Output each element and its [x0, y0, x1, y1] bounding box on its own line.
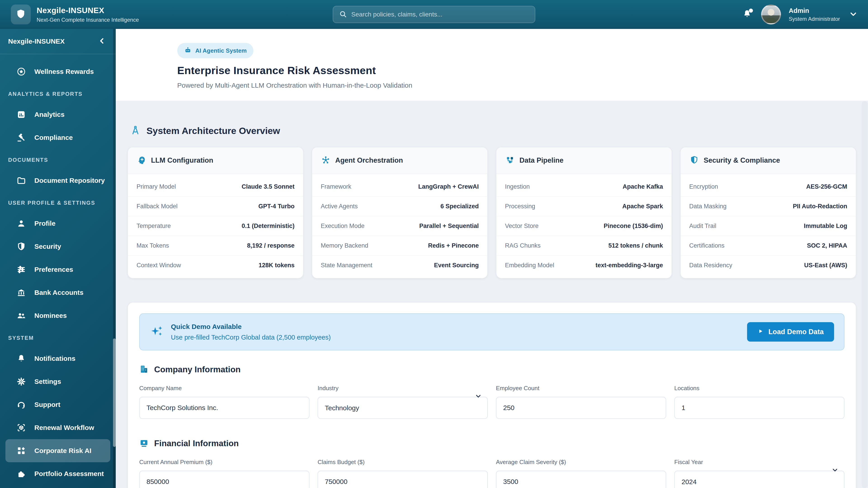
claim-severity-input[interactable] [496, 470, 666, 488]
kv-value: AES-256-GCM [806, 183, 847, 190]
users-icon [16, 311, 26, 320]
star-circle-icon [16, 67, 26, 76]
pipeline-icon [505, 156, 515, 165]
sidebar-item-label: Corporate Risk AI [34, 447, 91, 455]
kv-row: RAG Chunks512 tokens / chunk [496, 236, 672, 256]
sidebar-item-analytics[interactable]: Analytics [0, 103, 116, 126]
fiscal-year-select[interactable]: 2024 [674, 470, 844, 488]
shield-icon [16, 242, 26, 251]
sidebar-section-system: SYSTEM [0, 327, 116, 347]
compass-icon [130, 125, 141, 136]
card-data-pipeline: Data Pipeline IngestionApache Kafka Proc… [496, 147, 672, 279]
sidebar-item-notifications[interactable]: Notifications [0, 347, 116, 370]
sidebar-item-nominees[interactable]: Nominees [0, 304, 116, 327]
sidebar-item-label: Nominees [34, 312, 67, 320]
sidebar-item-document-repository[interactable]: Document Repository [0, 169, 116, 192]
card-title: LLM Configuration [151, 156, 213, 164]
kv-row: Data ResidencyUS-East (AWS) [681, 256, 856, 275]
architecture-heading-text: System Architecture Overview [147, 126, 280, 136]
sidebar-item-corporate-risk-ai[interactable]: Corporate Risk AI [5, 439, 110, 462]
sidebar-scrollbar-thumb[interactable] [113, 338, 116, 447]
sidebar-item-security[interactable]: Security [0, 235, 116, 258]
kv-label: Framework [321, 183, 351, 190]
annual-premium-input[interactable] [139, 470, 309, 488]
kv-label: RAG Chunks [505, 242, 541, 249]
sidebar-section-analytics-reports: ANALYTICS & REPORTS [0, 83, 116, 103]
company-name-input[interactable] [139, 397, 309, 419]
sidebar-item-portfolio-assessment[interactable]: Portfolio Assessment [0, 462, 116, 485]
load-demo-data-button[interactable]: Load Demo Data [747, 322, 834, 341]
kv-label: Audit Trail [689, 223, 716, 230]
brand-block: Nexgile-INSUNEX Next-Gen Complete Insura… [37, 6, 139, 23]
bank-icon [16, 288, 26, 297]
headset-icon [16, 400, 26, 410]
main-content: AI Agentic System Enterprise Insurance R… [116, 29, 868, 488]
user-block[interactable]: Admin System Administrator [789, 7, 840, 22]
employee-count-input[interactable] [496, 397, 666, 419]
claims-budget-input[interactable] [318, 470, 488, 488]
kv-value: Redis + Pinecone [428, 242, 479, 249]
sidebar-item-settings[interactable]: Settings [0, 370, 116, 393]
sidebar-collapse-button[interactable] [96, 35, 108, 47]
company-info-heading: Company Information [139, 364, 844, 375]
sidebar-nav: Wellness Rewards ANALYTICS & REPORTS Ana… [0, 54, 116, 485]
play-icon [757, 328, 763, 336]
kv-row: Execution ModeParallel + Sequential [312, 217, 487, 236]
kv-value: 128K tokens [258, 262, 294, 269]
card-agent-orchestration: Agent Orchestration FrameworkLangGraph +… [312, 147, 488, 279]
kv-value: Apache Spark [622, 203, 663, 210]
cube-scan-icon [16, 423, 26, 432]
sidebar-item-support[interactable]: Support [0, 393, 116, 416]
kv-label: Processing [505, 203, 535, 210]
sidebar-header: Nexgile-INSUNEX [0, 29, 116, 54]
kv-label: Data Masking [689, 203, 726, 210]
sidebar-item-preferences[interactable]: Preferences [0, 258, 116, 281]
sidebar-item-bank-accounts[interactable]: Bank Accounts [0, 281, 116, 304]
kv-row: Active Agents6 Specialized [312, 197, 487, 217]
kv-value: 512 tokens / chunk [608, 242, 663, 249]
sidebar-item-label: Document Repository [34, 177, 105, 184]
global-search[interactable] [333, 6, 535, 23]
kv-value: Apache Kafka [622, 183, 663, 190]
search-input[interactable] [351, 11, 528, 18]
card-body: FrameworkLangGraph + CrewAI Active Agent… [312, 174, 487, 278]
folder-icon [16, 176, 26, 185]
company-form-grid: Company Name Industry Technology Emplo [139, 385, 844, 419]
brand-tagline: Next-Gen Complete Insurance Intelligence [37, 17, 139, 23]
sidebar-item-renewal-workflow[interactable]: Renewal Workflow [0, 416, 116, 439]
sidebar-item-label: Preferences [34, 266, 73, 273]
grid-shapes-icon [16, 446, 26, 455]
shield-logo-icon [16, 8, 26, 21]
notifications-button[interactable] [741, 8, 753, 21]
avatar[interactable] [761, 4, 781, 24]
kv-row: Fallback ModelGPT-4 Turbo [128, 197, 303, 217]
sidebar-item-wellness-rewards[interactable]: Wellness Rewards [0, 60, 116, 83]
card-security-compliance: Security & Compliance EncryptionAES-256-… [680, 147, 856, 279]
kv-label: Active Agents [321, 203, 358, 210]
page-header: AI Agentic System Enterprise Insurance R… [116, 29, 868, 101]
kv-value: 0.1 (Deterministic) [242, 223, 294, 230]
demo-banner-text: Quick Demo Available Use pre-filled Tech… [171, 323, 331, 341]
sidebar-item-label: Support [34, 401, 60, 409]
industry-field: Industry Technology [318, 385, 488, 419]
kv-value: US-East (AWS) [804, 262, 847, 269]
sidebar-item-profile[interactable]: Profile [0, 212, 116, 235]
quick-demo-banner: Quick Demo Available Use pre-filled Tech… [139, 313, 844, 350]
sidebar-item-label: Compliance [34, 134, 73, 141]
user-menu-button[interactable] [848, 9, 859, 20]
field-label: Employee Count [496, 385, 666, 392]
bell-icon [16, 354, 26, 363]
locations-input[interactable] [674, 397, 844, 419]
sliders-icon [16, 265, 26, 274]
sidebar-item-compliance[interactable]: Compliance [0, 126, 116, 149]
page-scrollbar[interactable] [862, 101, 868, 488]
kv-value: Immutable Log [804, 223, 847, 230]
kv-row: FrameworkLangGraph + CrewAI [312, 177, 487, 197]
load-demo-data-label: Load Demo Data [768, 328, 824, 336]
industry-select[interactable]: Technology [318, 397, 488, 419]
company-info-heading-text: Company Information [154, 365, 241, 375]
kv-value: text-embedding-3-large [595, 262, 663, 269]
sidebar-section-documents: DOCUMENTS [0, 149, 116, 169]
architecture-heading: System Architecture Overview [130, 125, 856, 136]
kv-value: GPT-4 Turbo [258, 203, 294, 210]
